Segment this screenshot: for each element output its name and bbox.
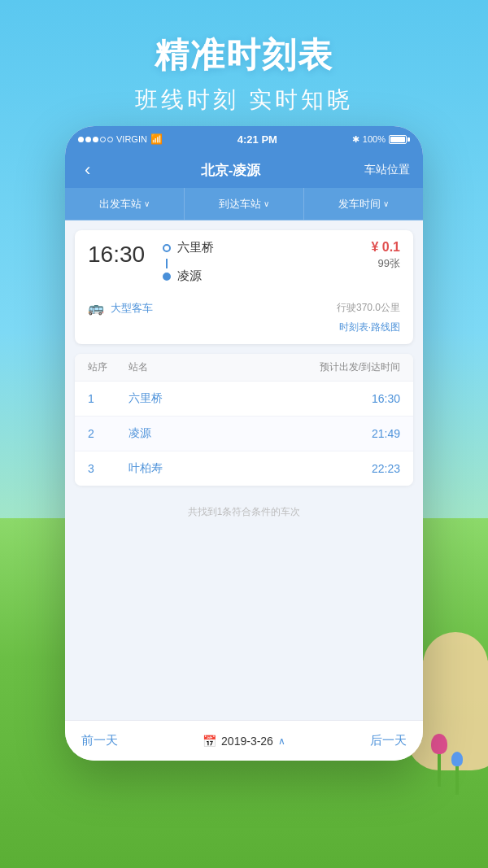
trip-distance: 行驶370.0公里 [337, 301, 400, 315]
bottom-nav: 前一天 📅 2019-3-26 ∧ 后一天 [65, 720, 423, 761]
row-num-3: 3 [88, 462, 129, 475]
trip-card: 16:30 六里桥 凌源 ¥ 0.1 99张 [75, 230, 413, 344]
schedule-header: 站序 站名 预计出发/到达时间 [75, 354, 413, 382]
table-row: 3 叶柏寿 22:23 [75, 451, 413, 486]
content-area: 16:30 六里桥 凌源 ¥ 0.1 99张 [65, 220, 423, 720]
dot-2 [85, 137, 91, 142]
row-time-2: 21:49 [303, 427, 400, 440]
filter-time-label: 发车时间 [338, 197, 381, 212]
filter-origin[interactable]: 出发车站 ∨ [65, 188, 185, 220]
battery-icon [389, 135, 410, 144]
row-num-1: 1 [88, 392, 129, 405]
headline-main: 精准时刻表 [0, 33, 488, 78]
bus-icon: 🚌 [88, 300, 104, 316]
origin-name: 六里桥 [177, 240, 214, 255]
filter-destination-label: 到达车站 [219, 197, 261, 212]
station-location-button[interactable]: 车站位置 [364, 163, 410, 177]
wifi-icon: 📶 [150, 133, 163, 145]
next-day-button[interactable]: 后一天 [370, 733, 407, 748]
headline-block: 精准时刻表 班线时刻 实时知晓 [0, 33, 488, 116]
date-selector[interactable]: 📅 2019-3-26 ∧ [203, 735, 285, 748]
filter-time-chevron: ∨ [383, 199, 389, 208]
origin-stop: 六里桥 [163, 240, 371, 255]
status-left: VIRGIN 📶 [78, 133, 163, 145]
back-button[interactable]: ‹ [78, 156, 97, 184]
row-name-3: 叶柏寿 [129, 461, 303, 476]
tulip-decoration-2 [451, 752, 463, 795]
col-header-name: 站名 [129, 360, 303, 374]
nav-bar: ‹ 北京-凌源 车站位置 [65, 152, 423, 188]
filter-bar: 出发车站 ∨ 到达车站 ∨ 发车时间 ∨ [65, 188, 423, 220]
row-time-3: 22:23 [303, 462, 400, 475]
status-time: 4:21 PM [237, 133, 277, 146]
trip-meta: 🚌 大型客车 行驶370.0公里 [88, 294, 400, 316]
destination-name: 凌源 [177, 268, 202, 284]
route-connector-line [166, 259, 168, 268]
trip-links: 时刻表·路线图 [88, 319, 400, 334]
footer-note: 共找到1条符合条件的车次 [65, 495, 423, 529]
trip-tickets: 99张 [371, 256, 400, 271]
filter-destination-chevron: ∨ [264, 199, 269, 208]
row-name-1: 六里桥 [129, 391, 303, 406]
col-header-num: 站序 [88, 360, 129, 374]
filter-destination[interactable]: 到达车站 ∨ [185, 188, 304, 220]
phone-frame: VIRGIN 📶 4:21 PM ✱ 100% ‹ 北京-凌源 车站位置 出发车… [65, 126, 423, 761]
signal-dots [78, 137, 113, 142]
row-num-2: 2 [88, 427, 129, 440]
battery-label: 100% [363, 134, 386, 144]
dot-3 [93, 137, 98, 142]
carrier-label: VIRGIN [116, 134, 147, 144]
dot-4 [100, 137, 106, 142]
filter-time[interactable]: 发车时间 ∨ [304, 188, 423, 220]
origin-dot [163, 244, 171, 252]
destination-dot [163, 273, 171, 281]
schedule-table: 站序 站名 预计出发/到达时间 1 六里桥 16:30 2 凌源 21:49 3… [75, 354, 413, 486]
prev-day-button[interactable]: 前一天 [81, 733, 118, 748]
date-chevron-icon: ∧ [278, 735, 285, 747]
trip-card-top: 16:30 六里桥 凌源 ¥ 0.1 99张 [88, 240, 400, 287]
trip-price: ¥ 0.1 [371, 240, 400, 255]
trip-price-block: ¥ 0.1 99张 [371, 240, 400, 271]
dot-5 [107, 137, 113, 142]
filter-origin-label: 出发车站 [99, 197, 142, 212]
tulip-decoration-1 [431, 734, 447, 787]
trip-route: 六里桥 凌源 [163, 240, 371, 287]
bus-type: 大型客车 [111, 301, 153, 316]
nav-title: 北京-凌源 [201, 161, 261, 180]
status-right: ✱ 100% [352, 134, 410, 145]
table-row: 2 凌源 21:49 [75, 417, 413, 451]
trip-departure-time: 16:30 [88, 240, 153, 266]
status-bar: VIRGIN 📶 4:21 PM ✱ 100% [65, 126, 423, 152]
dot-1 [78, 137, 84, 142]
selected-date: 2019-3-26 [221, 735, 273, 748]
row-time-1: 16:30 [303, 392, 400, 405]
destination-stop: 凌源 [163, 268, 371, 284]
bluetooth-icon: ✱ [352, 134, 359, 145]
row-name-2: 凌源 [129, 426, 303, 441]
col-header-time: 预计出发/到达时间 [303, 360, 400, 374]
timetable-route-link[interactable]: 时刻表·路线图 [339, 321, 400, 333]
filter-origin-chevron: ∨ [144, 199, 150, 208]
headline-sub: 班线时刻 实时知晓 [0, 85, 488, 116]
calendar-icon: 📅 [203, 735, 216, 748]
table-row: 1 六里桥 16:30 [75, 382, 413, 417]
